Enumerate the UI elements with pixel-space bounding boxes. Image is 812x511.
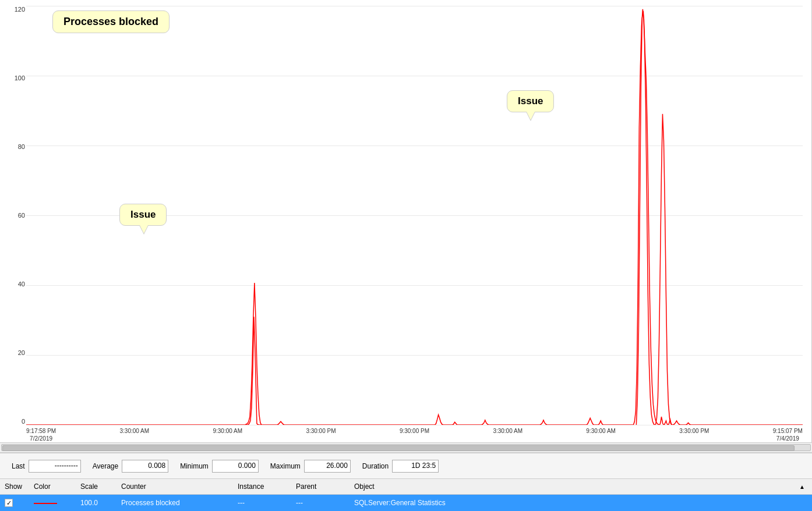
- average-label: Average: [93, 462, 118, 470]
- duration-value: 1D 23:5: [392, 460, 439, 473]
- stat-minimum: Minimum 0.000: [180, 460, 259, 473]
- stats-bar: Last ---------- Average 0.008 Minimum 0.…: [0, 453, 812, 478]
- chart-spike-2: [655, 114, 672, 425]
- stat-average: Average 0.008: [93, 460, 168, 473]
- show-checkbox[interactable]: ✓: [5, 499, 13, 507]
- last-label: Last: [12, 462, 25, 470]
- performance-monitor-window: 120 100 80 60 40 20 0: [0, 0, 812, 511]
- y-label-100: 100: [3, 74, 25, 81]
- row-scale: 100.0: [80, 499, 121, 507]
- col-header-object: Object: [354, 482, 807, 491]
- y-label-120: 120: [3, 6, 25, 13]
- sort-up-icon[interactable]: ▲: [799, 484, 805, 490]
- stat-maximum: Maximum 26.000: [270, 460, 351, 473]
- duration-label: Duration: [362, 462, 389, 470]
- callout-title: Processes blocked: [52, 10, 170, 33]
- minimum-value: 0.000: [212, 460, 259, 473]
- x-label-2: 9:30:00 AM: [213, 427, 242, 435]
- stat-duration: Duration 1D 23:5: [362, 460, 439, 473]
- x-label-6: 9:30:00 AM: [586, 427, 616, 435]
- stat-last: Last ----------: [12, 460, 81, 473]
- x-label-7: 3:30:00 PM: [679, 427, 709, 435]
- x-label-1: 3:30:00 AM: [120, 427, 150, 435]
- column-header-row: Show Color Scale Counter Instance Parent…: [0, 478, 812, 495]
- callout-issue1: Issue: [119, 204, 167, 226]
- y-label-20: 20: [3, 349, 25, 356]
- table-row[interactable]: ✓ 100.0 Processes blocked --- --- SQLSer…: [0, 495, 812, 511]
- row-instance: ---: [238, 499, 296, 507]
- row-parent: ---: [296, 499, 354, 507]
- average-value: 0.008: [122, 460, 168, 473]
- x-label-start: 9:17:58 PM7/2/2019: [26, 427, 56, 442]
- x-label-3: 3:30:00 PM: [306, 427, 336, 435]
- y-axis: 120 100 80 60 40 20 0: [0, 0, 26, 442]
- x-axis: 9:17:58 PM7/2/2019 3:30:00 AM 9:30:00 AM…: [26, 425, 803, 442]
- col-header-color: Color: [34, 482, 80, 491]
- maximum-value: 26.000: [304, 460, 351, 473]
- minimum-label: Minimum: [180, 462, 209, 470]
- scrollbar-area[interactable]: [0, 442, 812, 453]
- col-header-parent: Parent: [296, 482, 354, 491]
- row-counter: Processes blocked: [121, 499, 238, 507]
- row-object: SQLServer:General Statistics: [354, 499, 807, 507]
- scrollbar-track[interactable]: [1, 444, 811, 451]
- y-label-0: 0: [3, 418, 25, 425]
- x-label-5: 3:30:00 AM: [493, 427, 522, 435]
- y-label-80: 80: [3, 143, 25, 150]
- last-value: ----------: [29, 460, 81, 473]
- col-header-scale: Scale: [80, 482, 121, 491]
- row-color: [34, 498, 80, 509]
- col-header-counter: Counter: [121, 482, 238, 491]
- y-label-60: 60: [3, 212, 25, 219]
- x-label-end: 9:15:07 PM7/4/2019: [773, 427, 803, 442]
- col-header-instance: Instance: [238, 482, 296, 491]
- color-line-sample: [34, 498, 57, 509]
- chart-area: 120 100 80 60 40 20 0: [0, 0, 812, 442]
- maximum-label: Maximum: [270, 462, 301, 470]
- y-label-40: 40: [3, 281, 25, 288]
- x-label-4: 9:30:00 PM: [400, 427, 429, 435]
- col-header-show: Show: [5, 482, 34, 491]
- row-show[interactable]: ✓: [5, 499, 34, 507]
- red-line-sample: [34, 503, 57, 504]
- scrollbar-thumb[interactable]: [2, 445, 795, 451]
- callout-issue2: Issue: [507, 90, 554, 112]
